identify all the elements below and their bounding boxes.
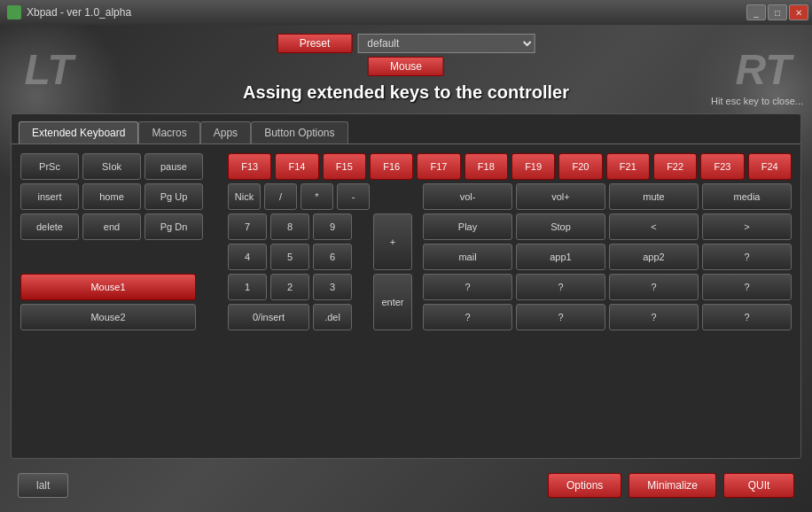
key-extra9[interactable]: ? (702, 304, 792, 330)
bottom-bar: lalt Options Minimalize QUIt (0, 459, 812, 512)
key-mail[interactable]: mail (423, 244, 512, 270)
key-mouse1[interactable]: Mouse1 (20, 274, 196, 300)
key-next[interactable]: > (702, 213, 792, 240)
lt-icon: LT (9, 29, 89, 109)
key-delete[interactable]: delete (20, 213, 79, 240)
key-prev[interactable]: < (609, 213, 699, 240)
title-bar: Xbpad - ver 1.0_alpha _ □ ✕ (0, 0, 812, 25)
key-end[interactable]: end (82, 213, 141, 240)
key-extra2[interactable]: ? (423, 274, 512, 300)
key-play[interactable]: Play (423, 213, 512, 240)
key-f17[interactable]: F17 (417, 153, 460, 180)
maximize-window-button[interactable]: □ (768, 4, 787, 20)
key-prsc[interactable]: PrSc (20, 153, 79, 180)
main-panel: Extended Keyboard Macros Apps Button Opt… (11, 113, 801, 459)
key-num1[interactable]: 1 (228, 274, 267, 300)
key-f21[interactable]: F21 (606, 153, 650, 180)
key-stop[interactable]: Stop (516, 213, 605, 240)
key-f19[interactable]: F19 (511, 153, 555, 180)
key-vol-up[interactable]: vol+ (516, 183, 605, 210)
key-f18[interactable]: F18 (465, 153, 508, 180)
window-controls: _ □ ✕ (746, 4, 808, 20)
key-extra6[interactable]: ? (423, 304, 512, 330)
close-window-button[interactable]: ✕ (789, 4, 808, 20)
key-numplus[interactable]: + (373, 213, 412, 270)
tab-content-extended-keyboard: PrSc SIok pause F13 F14 F15 F16 F17 F18 … (12, 144, 800, 339)
key-num8[interactable]: 8 (270, 213, 309, 240)
key-pgdn[interactable]: Pg Dn (144, 213, 203, 240)
bottom-right: Options Minimalize QUIt (548, 473, 794, 498)
key-nick[interactable]: Nick (228, 183, 261, 210)
app-icon (7, 5, 21, 19)
options-button[interactable]: Options (548, 473, 621, 498)
key-nummul[interactable]: * (301, 183, 333, 210)
key-numdel[interactable]: .del (313, 304, 352, 330)
preset-button[interactable]: Preset (277, 34, 353, 53)
minimize-window-button[interactable]: _ (746, 4, 766, 20)
key-pgup[interactable]: Pg Up (144, 183, 203, 210)
key-num6[interactable]: 6 (313, 244, 352, 270)
key-home[interactable]: home (82, 183, 141, 210)
tab-extended-keyboard[interactable]: Extended Keyboard (19, 121, 138, 144)
key-num5[interactable]: 5 (270, 244, 309, 270)
key-num0[interactable]: 0/insert (228, 304, 309, 330)
key-num2[interactable]: 2 (270, 274, 309, 300)
key-num7[interactable]: 7 (228, 213, 267, 240)
key-app2[interactable]: app2 (609, 244, 699, 270)
key-slok[interactable]: SIok (82, 153, 141, 180)
key-vol-down[interactable]: vol- (423, 183, 512, 210)
mouse-button[interactable]: Mouse (368, 57, 444, 76)
key-extra4[interactable]: ? (609, 274, 699, 300)
key-numenter[interactable]: enter (373, 274, 412, 330)
tab-macros[interactable]: Macros (138, 121, 199, 144)
preset-bar: Preset default Mouse (277, 34, 535, 76)
key-pause[interactable]: pause (144, 153, 203, 180)
key-f15[interactable]: F15 (323, 153, 366, 180)
key-num4[interactable]: 4 (228, 244, 267, 270)
hit-esc-text: Hit esc key to close... (711, 96, 803, 106)
key-f22[interactable]: F22 (653, 153, 697, 180)
key-insert[interactable]: insert (20, 183, 79, 210)
key-f24[interactable]: F24 (748, 153, 792, 180)
minimalize-button[interactable]: Minimalize (629, 473, 716, 498)
quit-button[interactable]: QUIt (723, 473, 794, 498)
key-numslash[interactable]: / (264, 183, 297, 210)
key-numminus[interactable]: - (337, 183, 370, 210)
window-title: Xbpad - ver 1.0_alpha (27, 6, 131, 19)
bottom-left: lalt (18, 473, 68, 498)
key-f16[interactable]: F16 (370, 153, 413, 180)
key-f20[interactable]: F20 (558, 153, 602, 180)
key-num3[interactable]: 3 (313, 274, 352, 300)
tab-button-options[interactable]: Button Options (251, 121, 347, 144)
preset-select[interactable]: default (357, 34, 535, 53)
key-extra1[interactable]: ? (702, 244, 792, 270)
tab-bar: Extended Keyboard Macros Apps Button Opt… (12, 114, 800, 144)
lalt-button[interactable]: lalt (18, 473, 68, 498)
key-mouse2[interactable]: Mouse2 (20, 304, 196, 330)
key-extra7[interactable]: ? (516, 304, 605, 330)
key-media[interactable]: media (702, 183, 792, 210)
key-num9[interactable]: 9 (313, 213, 352, 240)
tab-apps[interactable]: Apps (200, 121, 251, 144)
key-extra3[interactable]: ? (516, 274, 605, 300)
key-mute[interactable]: mute (609, 183, 699, 210)
key-f23[interactable]: F23 (700, 153, 744, 180)
key-f14[interactable]: F14 (275, 153, 318, 180)
key-app1[interactable]: app1 (516, 244, 605, 270)
key-extra8[interactable]: ? (609, 304, 699, 330)
key-extra5[interactable]: ? (702, 274, 792, 300)
main-background: LT RT Assing extended keys to the contro… (0, 25, 812, 512)
key-f13[interactable]: F13 (228, 153, 271, 180)
